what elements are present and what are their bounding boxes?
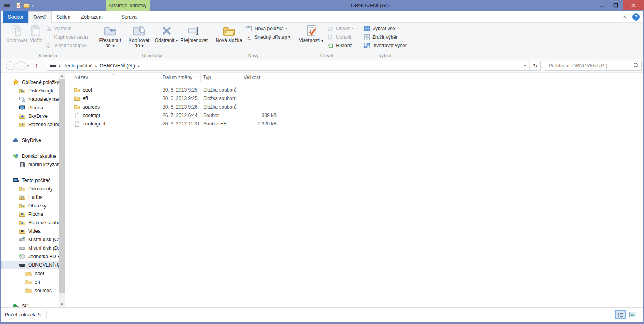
vybrat-v-e-button[interactable]: Vybrat vše xyxy=(362,24,408,33)
sidebar-item-disk-google[interactable]: Disk Google xyxy=(1,86,59,95)
breadcrumb-item-tento-po-ta[interactable]: Tento počítač xyxy=(64,63,92,69)
kop-rovat-button[interactable]: Kopírovat xyxy=(6,23,28,43)
column-header-velikost[interactable]: Velikost xyxy=(241,73,281,82)
kop-rovat-do-button[interactable]: Kopírovat do ▾ xyxy=(125,23,153,48)
scroll-up-icon[interactable]: ▲ xyxy=(59,73,65,79)
ribbon-group-vybrat: Vybrat všeZrušit výběrInvertovat výběrVy… xyxy=(358,23,412,59)
button-label: Odstranit ▾ xyxy=(155,38,178,43)
tab-sd-len[interactable]: Sdílení xyxy=(52,11,77,23)
sidebar-item-tento-po-ta[interactable]: Tento počítač xyxy=(1,176,59,184)
address-bar[interactable]: ▸Tento počítač▸OBNOVENÍ (G:)▸ ▾ ↻ xyxy=(47,61,541,71)
drive-icon[interactable] xyxy=(4,2,10,10)
cloud-icon xyxy=(13,137,19,144)
sidebar-item-m-stn-disk-c[interactable]: Místní disk (C:) xyxy=(1,235,59,244)
delete-icon xyxy=(160,25,173,37)
sidebar-section-obl-ben-polo-ky: Oblíbené položkyDisk GoogleNaposledy nav… xyxy=(1,78,59,129)
otev-t-button[interactable]: Otevřít▾ xyxy=(326,24,355,33)
sidebar-item-sources[interactable]: sources xyxy=(1,286,59,295)
nov-slo-ka-button[interactable]: Nová složka xyxy=(215,23,243,43)
new-folder-icon xyxy=(223,25,235,37)
paste-shortcut-icon xyxy=(46,42,52,49)
sidebar-item-label: Místní disk (C:) xyxy=(28,237,59,242)
sidebar-item-jednotka-bd-ro[interactable]: Jednotka BD-RO xyxy=(1,252,59,261)
vlastnosti-button[interactable]: Vlastnosti ▾ xyxy=(298,23,324,43)
tab-file[interactable]: Soubor xyxy=(3,11,28,23)
sidebar-item-boot[interactable]: boot xyxy=(1,269,59,278)
file-row-sources[interactable]: sources30. 6. 2013 9:26Složka souborů xyxy=(66,102,643,111)
close-button[interactable] xyxy=(623,0,644,10)
sidebar-section-tento-po-ta: Tento počítačDokumentyHudbaObrázkyPlocha… xyxy=(1,176,59,295)
zru-it-v-b-r-button[interactable]: Zrušit výběr xyxy=(362,33,408,41)
sidebar-item-naposledy-nav-t[interactable]: Naposledy navští xyxy=(1,95,59,103)
scrollbar-thumb[interactable] xyxy=(59,79,65,293)
navigation-scrollbar[interactable]: ▲ ▼ xyxy=(59,73,65,307)
sidebar-item-efi[interactable]: efi xyxy=(1,278,59,286)
computer-icon xyxy=(13,177,19,184)
nov-polo-ka-button[interactable]: Nová položka▾ xyxy=(244,24,292,33)
properties-icon[interactable] xyxy=(15,2,21,10)
sidebar-item-dom-c-skupina[interactable]: Domácí skupina xyxy=(1,152,59,160)
qat-customize-dropdown-icon[interactable]: ▾ xyxy=(32,4,34,8)
odstranit-button[interactable]: Odstranit ▾ xyxy=(154,23,179,43)
sidebar-item-sta-en-soubory[interactable]: Stažené soubory xyxy=(1,120,59,129)
sidebar-item-dokumenty[interactable]: Dokumenty xyxy=(1,184,59,193)
sidebar-item-plocha[interactable]: Plocha xyxy=(1,103,59,112)
file-row-bootmgr[interactable]: bootmgr26. 7. 2012 6:44Soubor389 kB xyxy=(66,111,643,119)
window-border-bottom xyxy=(0,322,644,324)
historie-button[interactable]: Historie xyxy=(326,41,355,50)
new-folder-icon[interactable] xyxy=(23,2,30,10)
maximize-button[interactable] xyxy=(609,0,623,10)
refresh-icon[interactable]: ↻ xyxy=(529,61,540,70)
invertovat-v-b-r-button[interactable]: Invertovat výběr xyxy=(362,41,408,50)
button-label: Invertovat výběr xyxy=(372,43,406,48)
vyjmout-button[interactable]: Vyjmout xyxy=(44,24,89,33)
tab-dom[interactable]: Domů xyxy=(28,11,52,23)
details-view-button[interactable] xyxy=(615,310,626,319)
recent-locations-dropdown-icon[interactable]: ▾ xyxy=(27,64,29,68)
address-dropdown-icon[interactable]: ▾ xyxy=(521,64,529,68)
items-count: Počet položek: 5 xyxy=(5,312,41,318)
vlo-it-z-stupce-button[interactable]: Vložit zástupce xyxy=(44,41,89,50)
sidebar-item-s[interactable]: Síť xyxy=(1,302,59,307)
column-header-datum-zm-ny[interactable]: Datum změny xyxy=(160,73,201,82)
tab-zobrazen[interactable]: Zobrazení xyxy=(77,11,107,23)
p-esunout-do-button[interactable]: Přesunout do ▾ xyxy=(96,23,124,48)
thumbnails-view-button[interactable] xyxy=(627,310,638,319)
upravit-button[interactable]: Upravit xyxy=(326,33,355,41)
file-row-efi[interactable]: efi30. 6. 2013 9:25Složka souborů xyxy=(66,94,643,102)
search-input[interactable]: Prohledat: OBNOVENÍ (G:) xyxy=(545,61,642,71)
scroll-down-icon[interactable]: ▼ xyxy=(59,301,65,307)
collapse-ribbon-icon[interactable] xyxy=(622,14,627,20)
sidebar-item-label: Disk Google xyxy=(28,88,54,94)
column-header-typ[interactable]: Typ xyxy=(201,73,241,82)
sidebar-item-videa[interactable]: Videa xyxy=(1,227,59,235)
help-icon[interactable]: ? xyxy=(632,13,640,21)
file-row-boot[interactable]: boot30. 6. 2013 9:25Složka souborů xyxy=(66,86,643,94)
sidebar-item-label: Plocha xyxy=(28,211,43,217)
sidebar-item-obr-zky[interactable]: Obrázky xyxy=(1,201,59,210)
button-label: Snadný přístup xyxy=(254,34,287,40)
snadn-p-stup-button[interactable]: Snadný přístup▾ xyxy=(244,33,292,41)
file-name: bootmgr xyxy=(83,113,100,118)
up-button[interactable]: ↑ xyxy=(35,62,38,69)
file-type-cell: Soubor xyxy=(201,113,241,118)
kop-rovat-cestu-button[interactable]: Kopírovat cestu xyxy=(44,33,89,41)
sidebar-item-label: Obrázky xyxy=(28,203,46,209)
p-ejmenovat-button[interactable]: Přejmenovat xyxy=(180,23,208,43)
sidebar-item-skydrive[interactable]: SkyDrive xyxy=(1,136,59,144)
sidebar-item-hudba[interactable]: Hudba xyxy=(1,193,59,201)
sidebar-item-sta-en-soubory[interactable]: Stažené soubory xyxy=(1,218,59,227)
forward-button[interactable]: → xyxy=(17,61,25,70)
sidebar-item-skydrive[interactable]: SkyDrive xyxy=(1,112,59,120)
tab-spr-va[interactable]: Správa xyxy=(107,11,151,23)
sidebar-item-obl-ben-polo-ky[interactable]: Oblíbené položky xyxy=(1,78,59,86)
sidebar-item-obnoven-g[interactable]: OBNOVENÍ (G:) xyxy=(1,261,59,269)
back-button[interactable]: ← xyxy=(6,61,15,70)
sidebar-item-m-stn-disk-d[interactable]: Místní disk (D:) xyxy=(1,244,59,252)
vlo-it-button[interactable]: Vložit xyxy=(29,23,42,43)
sidebar-item-martin-krzyzanov[interactable]: martin krzyzanov xyxy=(1,160,59,169)
file-row-bootmgr-efi[interactable]: bootmgr.efi20. 9. 2012 11:31Soubor EFI1 … xyxy=(66,119,643,128)
sidebar-item-plocha[interactable]: Plocha xyxy=(1,210,59,218)
minimize-button[interactable] xyxy=(595,0,609,10)
breadcrumb-item-obnoven-g[interactable]: OBNOVENÍ (G:) xyxy=(100,63,135,69)
